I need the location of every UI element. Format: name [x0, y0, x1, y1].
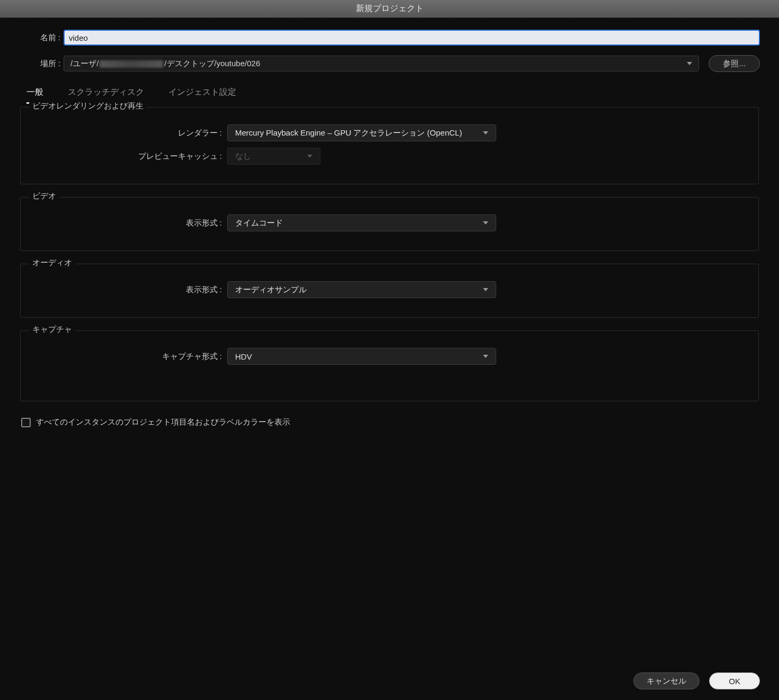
video-display-label: 表示形式 : — [35, 218, 222, 228]
cancel-button[interactable]: キャンセル — [633, 672, 700, 689]
audio-display-dropdown[interactable]: オーディオサンプル — [227, 281, 496, 298]
renderer-dropdown[interactable]: Mercury Playback Engine – GPU アクセラレーション … — [227, 124, 496, 141]
name-input[interactable] — [64, 30, 760, 46]
video-display-dropdown[interactable]: タイムコード — [227, 214, 496, 231]
capture-format-dropdown[interactable]: HDV — [227, 348, 496, 365]
location-row: 場所 : /ユーザ//デスクトップ/youtube/026 参照... — [19, 55, 760, 72]
audio-legend: オーディオ — [29, 258, 75, 268]
show-instances-label: すべてのインスタンスのプロジェクト項目名およびラベルカラーを表示 — [36, 417, 290, 427]
chevron-down-icon — [307, 155, 312, 158]
chevron-down-icon — [687, 62, 692, 65]
audio-group: オーディオ 表示形式 : オーディオサンプル — [20, 264, 759, 318]
render-legend: ビデオレンダリングおよび再生 — [29, 101, 147, 111]
general-panel: ビデオレンダリングおよび再生 レンダラー : Mercury Playback … — [19, 107, 760, 430]
window-title: 新規プロジェクト — [356, 3, 424, 14]
tab-bar: 一般 スクラッチディスク インジェスト設定 — [19, 82, 760, 104]
location-label: 場所 : — [19, 59, 60, 69]
chevron-down-icon — [483, 131, 488, 134]
capture-group: キャプチャ キャプチャ形式 : HDV — [20, 330, 759, 401]
show-instances-row[interactable]: すべてのインスタンスのプロジェクト項目名およびラベルカラーを表示 — [20, 414, 759, 430]
audio-display-label: 表示形式 : — [35, 285, 222, 295]
dialog-footer: キャンセル OK — [633, 672, 760, 689]
show-instances-checkbox[interactable] — [21, 418, 31, 427]
location-path: /ユーザ//デスクトップ/youtube/026 — [70, 59, 260, 69]
capture-format-label: キャプチャ形式 : — [35, 352, 222, 362]
chevron-down-icon — [483, 355, 488, 358]
audio-display-row: 表示形式 : オーディオサンプル — [35, 281, 744, 298]
capture-legend: キャプチャ — [29, 325, 75, 335]
capture-format-row: キャプチャ形式 : HDV — [35, 348, 744, 365]
tab-ingest-settings[interactable]: インジェスト設定 — [168, 87, 236, 104]
dialog-content: 名前 : 場所 : /ユーザ//デスクトップ/youtube/026 参照...… — [0, 18, 779, 430]
redacted-segment — [100, 60, 163, 68]
chevron-down-icon — [483, 288, 488, 291]
name-row: 名前 : — [19, 30, 760, 46]
renderer-row: レンダラー : Mercury Playback Engine – GPU アク… — [35, 124, 744, 141]
browse-button[interactable]: 参照... — [709, 55, 760, 72]
name-label: 名前 : — [19, 33, 60, 43]
video-group: ビデオ 表示形式 : タイムコード — [20, 197, 759, 251]
location-dropdown[interactable]: /ユーザ//デスクトップ/youtube/026 — [64, 56, 699, 71]
video-legend: ビデオ — [29, 191, 59, 201]
render-playback-group: ビデオレンダリングおよび再生 レンダラー : Mercury Playback … — [20, 107, 759, 184]
chevron-down-icon — [483, 221, 488, 225]
ok-button[interactable]: OK — [709, 672, 760, 689]
preview-cache-label: プレビューキャッシュ : — [35, 151, 222, 161]
titlebar: 新規プロジェクト — [0, 0, 779, 18]
preview-cache-row: プレビューキャッシュ : なし — [35, 148, 744, 165]
renderer-label: レンダラー : — [35, 128, 222, 138]
preview-cache-dropdown: なし — [227, 148, 320, 165]
video-display-row: 表示形式 : タイムコード — [35, 214, 744, 231]
